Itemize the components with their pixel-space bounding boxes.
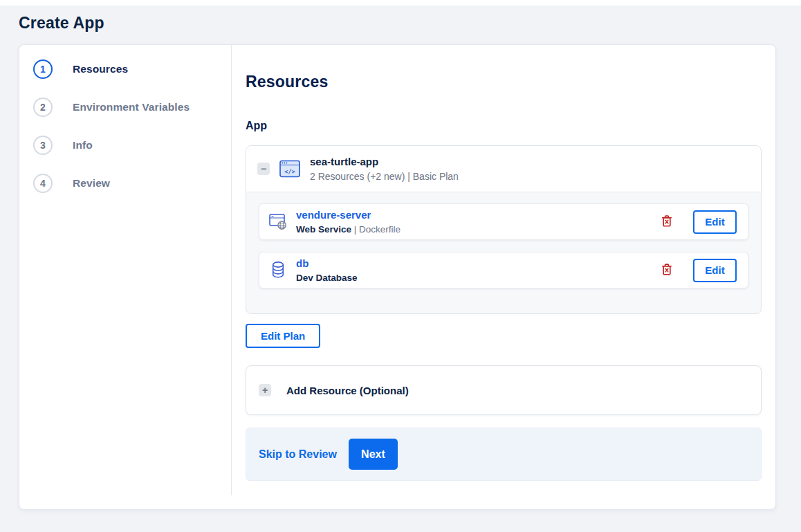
step-number-badge: 1 bbox=[33, 59, 53, 79]
web-service-icon bbox=[268, 213, 288, 230]
resource-link[interactable]: db bbox=[296, 257, 309, 270]
resource-subtitle: Web Service | Dockerfile bbox=[296, 223, 400, 235]
trash-icon bbox=[661, 262, 673, 279]
step-number-badge: 4 bbox=[33, 174, 53, 193]
collapse-group-button[interactable]: − bbox=[257, 163, 270, 175]
sidebar-divider bbox=[231, 45, 232, 495]
step-label: Review bbox=[73, 177, 110, 190]
wizard-footer: Skip to Review Next bbox=[246, 428, 762, 481]
app-group-card: − </> sea-turtle-app 2 Resources (+2 new… bbox=[246, 145, 762, 314]
top-bar bbox=[0, 0, 801, 6]
resource-row: db Dev Database bbox=[259, 252, 748, 288]
app-group-header: − </> sea-turtle-app 2 Resources (+2 new… bbox=[246, 146, 761, 192]
resources-step-content: Resources App − </> bbox=[231, 45, 775, 509]
step-review[interactable]: 4 Review bbox=[33, 174, 231, 193]
edit-plan-button[interactable]: Edit Plan bbox=[246, 324, 320, 348]
add-resource-section[interactable]: + Add Resource (Optional) bbox=[246, 365, 762, 415]
app-window-code-icon: </> bbox=[279, 160, 300, 178]
resource-subtitle: Dev Database bbox=[296, 272, 358, 284]
resource-texts: db Dev Database bbox=[296, 257, 358, 284]
resource-source: | Dockerfile bbox=[351, 224, 400, 235]
next-button[interactable]: Next bbox=[349, 439, 398, 470]
step-label: Resources bbox=[73, 63, 128, 75]
page-title: Create App bbox=[19, 14, 801, 33]
edit-resource-button[interactable]: Edit bbox=[693, 259, 737, 282]
add-resource-label: Add Resource (Optional) bbox=[286, 385, 409, 396]
add-resource-expand-button[interactable]: + bbox=[259, 384, 271, 396]
delete-resource-button[interactable] bbox=[661, 214, 673, 230]
step-label: Info bbox=[73, 139, 93, 152]
step-resources[interactable]: 1 Resources bbox=[33, 59, 231, 79]
trash-icon bbox=[661, 214, 673, 230]
resource-texts: vendure-server Web Service | Dockerfile bbox=[296, 209, 400, 235]
svg-text:</>: </> bbox=[284, 168, 295, 175]
resources-heading: Resources bbox=[246, 73, 762, 91]
skip-to-review-link[interactable]: Skip to Review bbox=[259, 448, 337, 461]
step-label: Environment Variables bbox=[73, 101, 190, 113]
resource-type: Web Service bbox=[296, 224, 351, 235]
resource-row: vendure-server Web Service | Dockerfile bbox=[259, 203, 748, 240]
edit-resource-button[interactable]: Edit bbox=[693, 210, 737, 234]
wizard-stepper: 1 Resources 2 Environment Variables 3 In… bbox=[19, 45, 231, 509]
minus-icon: − bbox=[261, 163, 266, 174]
delete-resource-button[interactable] bbox=[661, 262, 673, 279]
app-group-resources: vendure-server Web Service | Dockerfile bbox=[246, 192, 761, 313]
step-environment-variables[interactable]: 2 Environment Variables bbox=[33, 98, 231, 117]
app-group-titles: sea-turtle-app 2 Resources (+2 new) | Ba… bbox=[310, 155, 459, 183]
step-info[interactable]: 3 Info bbox=[33, 136, 231, 155]
app-summary: 2 Resources (+2 new) | Basic Plan bbox=[310, 170, 459, 183]
step-number-badge: 2 bbox=[33, 98, 53, 117]
app-name: sea-turtle-app bbox=[310, 155, 459, 168]
create-app-wizard-card: 1 Resources 2 Environment Variables 3 In… bbox=[19, 44, 776, 510]
app-section-label: App bbox=[246, 120, 762, 132]
resource-type: Dev Database bbox=[296, 273, 358, 283]
plus-icon: + bbox=[262, 385, 268, 396]
database-icon bbox=[268, 261, 288, 279]
resource-link[interactable]: vendure-server bbox=[296, 209, 371, 221]
step-number-badge: 3 bbox=[33, 136, 53, 155]
